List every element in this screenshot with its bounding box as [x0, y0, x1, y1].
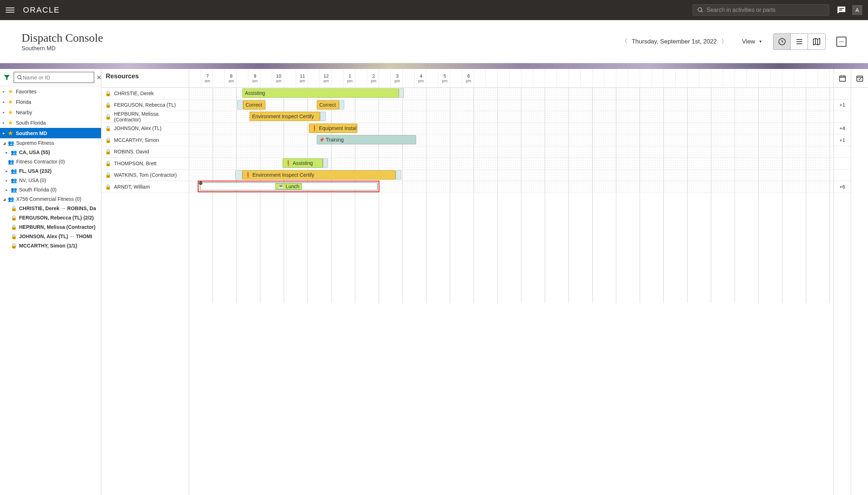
calendar-day-icon[interactable] — [834, 69, 851, 88]
global-search-input[interactable] — [707, 7, 824, 13]
overflow-count[interactable] — [834, 146, 851, 158]
resource-row[interactable]: 🔒WATKINS, Tom (Contractor) — [101, 170, 189, 181]
activity-lunch[interactable]: ☕Lunch — [200, 182, 378, 190]
activity-block[interactable] — [320, 112, 326, 121]
tree-south-florida-grp[interactable]: ▸👥South Florida (0) — [0, 185, 101, 194]
resource-search-input[interactable] — [23, 74, 91, 80]
overflow-count[interactable]: +6 — [834, 181, 851, 193]
svg-line-11 — [20, 78, 22, 79]
list-view-button[interactable] — [791, 34, 808, 50]
menu-button[interactable] — [6, 6, 14, 14]
resource-row[interactable]: 🔒MCCARTHY, Simon — [101, 134, 189, 146]
user-avatar[interactable]: A — [852, 5, 862, 15]
activity-label: Training — [326, 137, 344, 143]
calendar-check-icon[interactable] — [851, 69, 868, 88]
tree-label: Southern MD — [16, 130, 47, 136]
resource-row[interactable]: 🔒ARNDT, William — [101, 181, 189, 193]
activity-block[interactable] — [235, 170, 242, 180]
resource-name: FERGUSON, Rebecca (TL) — [114, 102, 176, 108]
tree-ca-usa[interactable]: ▸👥CA, USA (55) — [0, 148, 101, 157]
view-dropdown[interactable]: View ▼ — [742, 38, 762, 45]
overflow-count[interactable] — [834, 111, 851, 123]
timeline-row[interactable]: ❗Equipment Instal — [189, 123, 833, 135]
tree-fl-usa[interactable]: ▸👥FL, USA (232) — [0, 166, 101, 176]
view-label: View — [742, 38, 755, 45]
view-mode-toggle — [773, 33, 826, 50]
resource-row[interactable]: 🔒FERGUSON, Rebecca (TL) — [101, 100, 189, 111]
tree-mccarthy[interactable]: 🔒MCCARTHY, Simon (1/1) — [0, 241, 101, 250]
resource-row[interactable]: 🔒THOMPSON, Brett — [101, 158, 189, 170]
overflow-count[interactable]: +4 — [834, 123, 851, 135]
activity-env-inspect[interactable]: ❗Environment Inspect Certify — [242, 170, 396, 180]
activity-equipment[interactable]: ❗Equipment Instal — [309, 124, 357, 133]
tree-hepburn[interactable]: 🔒HEPBURN, Melissa (Contractor) — [0, 222, 101, 232]
tree-nv-usa[interactable]: ▸👥NV, USA (0) — [0, 176, 101, 185]
timeline-row[interactable]: Environment Inspect Certify — [189, 111, 833, 123]
timeline-row[interactable] — [189, 146, 833, 158]
current-date[interactable]: Thursday, September 1st, 2022 — [632, 38, 717, 45]
timeline-row[interactable]: 📌Training — [189, 134, 833, 146]
next-day-button[interactable]: 〉 — [717, 38, 731, 45]
timeline-row[interactable]: ☕Lunch — [189, 181, 833, 193]
activity-assisting[interactable]: ❗Assisting — [283, 158, 323, 168]
tree-south-florida[interactable]: ▸★South Florida — [0, 117, 101, 128]
time-view-button[interactable] — [773, 34, 791, 50]
time-slot: 1pm — [338, 69, 362, 87]
prev-day-button[interactable]: 〈 — [617, 38, 632, 45]
overflow-count[interactable]: +1 — [834, 100, 851, 111]
more-actions-button[interactable]: ⋯ — [836, 37, 846, 47]
resource-row[interactable]: 🔒ROBINS, David — [101, 146, 189, 158]
gantt-area: Resources 🔒CHRISTIE, Derek 🔒FERGUSON, Re… — [101, 69, 868, 495]
overflow-count[interactable] — [834, 158, 851, 170]
tree-x756[interactable]: ◢👥X756 Commercial Fitness (0) — [0, 194, 101, 204]
activity-training[interactable]: 📌Training — [317, 135, 416, 144]
map-view-button[interactable] — [808, 34, 825, 50]
activity-correct[interactable]: Correct — [317, 100, 339, 110]
resource-name: HEPBURN, Melissa (Contractor) — [114, 111, 185, 122]
page-subtitle: Southern MD — [22, 45, 103, 52]
tree-southern-md[interactable]: ▸★Southern MD — [0, 128, 101, 138]
activity-block[interactable] — [237, 100, 243, 110]
timeline-row[interactable]: Correct Correct — [189, 100, 833, 111]
timeline-row[interactable]: ❗Assisting — [189, 158, 833, 170]
overflow-count[interactable]: +1 — [834, 134, 851, 146]
activity-block[interactable] — [396, 170, 401, 180]
tree-favorites[interactable]: ▸★Favorites — [0, 86, 101, 97]
overflow-count[interactable] — [834, 88, 851, 100]
overflow-count[interactable] — [834, 170, 851, 181]
timeline-row[interactable]: ❗Environment Inspect Certify — [189, 170, 833, 181]
time-slot: 11am — [291, 69, 314, 87]
activity-env-inspect[interactable]: Environment Inspect Certify — [250, 112, 320, 121]
filter-icon[interactable] — [3, 73, 11, 82]
activity-label: Equipment Instal — [319, 125, 356, 131]
tree-ferguson[interactable]: 🔒FERGUSON, Rebecca (TL) (2/2) — [0, 213, 101, 222]
tree-florida[interactable]: ▸★Florida — [0, 97, 101, 107]
tree-christie[interactable]: 🔒CHRISTIE, Derek → ROBINS, Da — [0, 204, 101, 213]
timeline-row[interactable]: Assisting — [189, 88, 833, 100]
resource-row[interactable]: 🔒HEPBURN, Melissa (Contractor) — [101, 111, 189, 123]
global-search[interactable] — [693, 4, 829, 16]
time-slot: 6pm — [457, 69, 480, 87]
tree-johnson[interactable]: 🔒JOHNSON, Alex (TL) ← THOMI — [0, 232, 101, 241]
tree-label: MCCARTHY, Simon (1/1) — [19, 243, 77, 249]
activity-block[interactable] — [323, 158, 328, 168]
clear-search-button[interactable]: ✕ — [96, 74, 101, 82]
resource-row[interactable]: 🔒JOHNSON, Alex (TL) — [101, 123, 189, 135]
tree-fitness-contractor[interactable]: 👥Fitness Contractor (0) — [0, 157, 101, 166]
time-slot: 3pm — [385, 69, 409, 87]
resource-row[interactable]: 🔒CHRISTIE, Derek — [101, 88, 189, 100]
cup-icon: ☕ — [278, 184, 284, 189]
tree-supremo[interactable]: ◢👥Supremo Fitness — [0, 138, 101, 148]
time-slot: 7am — [196, 69, 219, 87]
chat-icon[interactable] — [836, 5, 846, 15]
resource-tree: ▸★Favorites ▸★Florida ▸★Nearby ▸★South F… — [0, 86, 101, 495]
activity-block[interactable] — [399, 88, 404, 98]
group-icon: 👥 — [11, 177, 17, 183]
lock-icon: 🔒 — [105, 125, 111, 131]
tree-nearby[interactable]: ▸★Nearby — [0, 107, 101, 117]
tree-label: JOHNSON, Alex (TL) ← THOMI — [19, 233, 92, 239]
activity-correct[interactable]: Correct — [243, 100, 265, 110]
activity-assisting[interactable]: Assisting — [242, 88, 399, 98]
resource-search[interactable] — [14, 72, 94, 83]
activity-block[interactable] — [339, 100, 344, 110]
